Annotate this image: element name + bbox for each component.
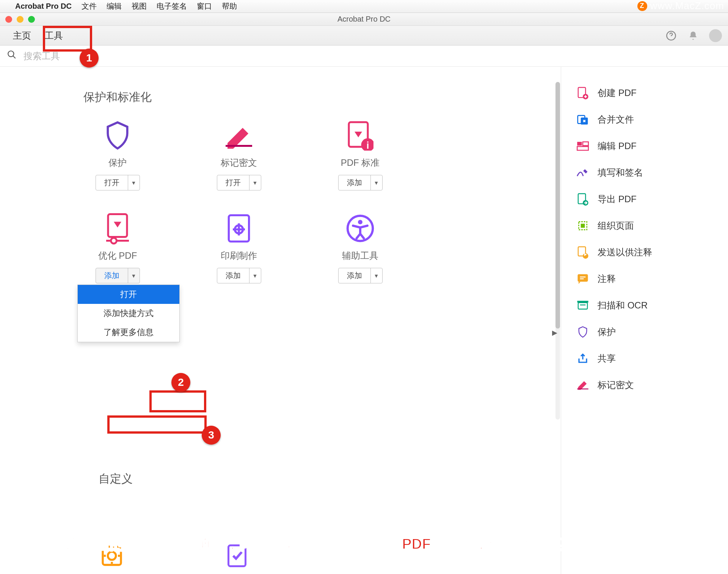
sidebar-item-create-pdf[interactable]: 创建 PDF — [565, 80, 724, 106]
sidebar-item-label: 注释 — [598, 273, 616, 285]
sidebar-item-send-comment[interactable]: 发送以供注释 — [565, 239, 724, 266]
section-custom-title: 自定义 — [99, 471, 133, 487]
window-titlebar: Acrobat Pro DC — [0, 13, 728, 26]
protect-icon — [576, 326, 589, 338]
sidebar-item-combine[interactable]: 合并文件 — [565, 106, 724, 133]
tool-access-add[interactable]: 添加 — [339, 268, 371, 283]
chevron-down-icon[interactable]: ▼ — [128, 268, 140, 283]
user-avatar[interactable] — [709, 29, 722, 42]
tool-redact-label: 标记密文 — [221, 157, 257, 169]
sidebar-item-label: 保护 — [598, 326, 616, 338]
sidebar-item-redact[interactable]: 标记密文 — [565, 372, 724, 398]
watermark-text: www.MacZ.com — [650, 0, 724, 12]
sidebar-item-label: 发送以供注释 — [598, 246, 652, 258]
svg-point-14 — [358, 220, 362, 224]
menu-file[interactable]: 文件 — [82, 1, 97, 11]
traffic-lights — [0, 16, 35, 23]
sidebar-item-label: 组织页面 — [598, 220, 634, 232]
sidebar-wrap: ▶ 创建 PDF 合并文件 编辑 PDF 填写和签名 导出 PDF — [561, 67, 728, 574]
menu-view[interactable]: 视图 — [132, 1, 147, 11]
sidebar-item-label: 共享 — [598, 352, 616, 365]
tool-print-add[interactable]: 添加 — [217, 268, 249, 283]
app-name[interactable]: Acrobat Pro DC — [15, 2, 72, 11]
menu-edit[interactable]: 编辑 — [107, 1, 122, 11]
check-doc-icon — [222, 541, 252, 571]
menu-esign[interactable]: 电子签名 — [157, 1, 187, 11]
crosshair-doc-icon — [224, 213, 254, 244]
search-input[interactable] — [24, 51, 251, 61]
tool-panel: 保护和标准化 保护 打开 ▼ 标记密文 打开 — [0, 67, 561, 574]
maximize-window-icon[interactable] — [28, 16, 35, 23]
sidebar-item-label: 导出 PDF — [598, 193, 637, 205]
tool-standard-add[interactable]: 添加 — [339, 175, 371, 190]
sidebar-item-label: 编辑 PDF — [598, 140, 637, 152]
tab-home[interactable]: 主页 — [6, 27, 38, 45]
dropdown-more[interactable]: 了解更多信息 — [78, 323, 179, 342]
pdf-info-icon: i — [345, 120, 375, 151]
tool-access-label: 辅助工具 — [342, 250, 378, 262]
tool-print-button[interactable]: 添加 ▼ — [217, 268, 261, 283]
share-icon — [576, 352, 589, 365]
tool-standard-label: PDF 标准 — [341, 157, 380, 169]
chevron-down-icon[interactable]: ▼ — [371, 175, 382, 190]
mac-menubar: Acrobat Pro DC 文件 编辑 视图 电子签名 窗口 帮助 Z www… — [0, 0, 728, 13]
tool-redact-button[interactable]: 打开 ▼ — [217, 175, 261, 190]
organize-pages-icon — [576, 219, 589, 232]
custom-row — [97, 541, 252, 571]
search-icon — [7, 50, 17, 62]
bell-icon[interactable] — [687, 30, 699, 42]
tool-redact-open[interactable]: 打开 — [217, 175, 249, 190]
tab-tools[interactable]: 工具 — [38, 27, 70, 45]
sidebar-item-comment[interactable]: 注释 — [565, 266, 724, 292]
tool-access-button[interactable]: 添加 ▼ — [338, 268, 383, 283]
tool-pdf-standard: i PDF 标准 添加 ▼ — [303, 120, 417, 190]
svg-rect-34 — [578, 303, 587, 309]
svg-rect-24 — [583, 142, 588, 146]
sidebar-item-label: 合并文件 — [598, 113, 634, 126]
tool-print-label: 印刷制作 — [221, 250, 257, 262]
watermark: Z www.MacZ.com — [637, 0, 724, 12]
menu-help[interactable]: 帮助 — [222, 1, 237, 11]
chevron-down-icon[interactable]: ▼ — [371, 268, 382, 283]
chevron-down-icon[interactable]: ▼ — [249, 175, 261, 190]
tool-optimize-add[interactable]: 添加 — [96, 268, 128, 283]
tool-optimize-button[interactable]: 添加 ▼ — [96, 268, 140, 283]
collapse-caret-icon[interactable]: ▶ — [552, 329, 557, 337]
menu-window[interactable]: 窗口 — [197, 1, 212, 11]
sidebar-item-edit-pdf[interactable]: 编辑 PDF — [565, 133, 724, 159]
sidebar-item-label: 扫描和 OCR — [598, 299, 648, 311]
tool-protect-open[interactable]: 打开 — [96, 175, 128, 190]
svg-rect-31 — [577, 274, 588, 282]
tool-protect: 保护 打开 ▼ — [61, 120, 174, 190]
sidebar-item-export-pdf[interactable]: 导出 PDF — [565, 186, 724, 212]
optimize-icon — [102, 213, 133, 244]
sidebar-item-label: 创建 PDF — [598, 87, 637, 99]
svg-point-1 — [8, 51, 14, 57]
main-tabs: 主页 工具 — [0, 26, 728, 46]
minimize-window-icon[interactable] — [17, 16, 24, 23]
sidebar-item-scan-ocr[interactable]: 扫描和 OCR — [565, 292, 724, 319]
chevron-down-icon[interactable]: ▼ — [128, 175, 140, 190]
chevron-down-icon[interactable]: ▼ — [249, 268, 261, 283]
tool-print-production: 印刷制作 添加 ▼ — [182, 213, 296, 283]
tool-optimize-pdf: 优化 PDF 添加 ▼ 打开 添加快捷方式 了解更多信息 — [61, 213, 174, 283]
create-pdf-icon — [576, 86, 589, 99]
tool-protect-button[interactable]: 打开 ▼ — [96, 175, 140, 190]
scrollbar-thumb[interactable] — [555, 82, 560, 329]
svg-rect-28 — [581, 224, 585, 228]
sidebar-item-share[interactable]: 共享 — [565, 345, 724, 372]
dropdown-open[interactable]: 打开 — [78, 285, 179, 304]
sidebar-item-protect[interactable]: 保护 — [565, 319, 724, 345]
scan-ocr-icon — [576, 299, 589, 312]
sidebar-item-organize[interactable]: 组织页面 — [565, 212, 724, 239]
svg-rect-35 — [577, 301, 588, 303]
sidebar-item-fill-sign[interactable]: 填写和签名 — [565, 159, 724, 186]
marker-icon — [224, 120, 254, 151]
tool-standard-button[interactable]: 添加 ▼ — [338, 175, 383, 190]
combine-files-icon — [576, 113, 589, 126]
help-icon[interactable] — [665, 30, 677, 42]
scrollbar[interactable] — [555, 82, 560, 420]
close-window-icon[interactable] — [5, 16, 12, 23]
optimize-dropdown: 打开 添加快捷方式 了解更多信息 — [77, 285, 180, 342]
dropdown-shortcut[interactable]: 添加快捷方式 — [78, 304, 179, 323]
